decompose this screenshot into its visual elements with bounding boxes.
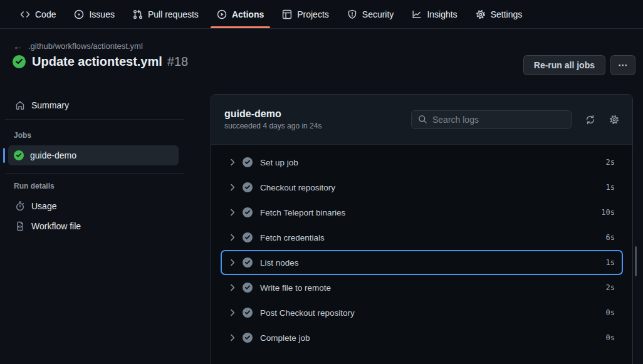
- step-duration: 0s: [606, 308, 615, 317]
- sidebar-job-guide-demo[interactable]: guide-demo: [8, 145, 179, 165]
- tab-label: Projects: [297, 9, 329, 19]
- play-circle-icon: [217, 9, 227, 19]
- log-settings-gear-icon[interactable]: [609, 115, 619, 125]
- job-panel-tools: [411, 110, 619, 129]
- step-row[interactable]: Write file to remote 2s: [221, 275, 623, 300]
- step-check-circle-icon: [243, 207, 253, 217]
- check-circle-icon: [14, 150, 24, 160]
- tab-code[interactable]: Code: [20, 0, 56, 28]
- rerun-all-jobs-button[interactable]: Re-run all jobs: [523, 55, 605, 75]
- run-header: ← .github/workflows/actiontest.yml Updat…: [0, 29, 643, 94]
- sidebar-item-summary[interactable]: Summary: [15, 95, 69, 115]
- step-row[interactable]: Checkout repository 1s: [221, 175, 623, 200]
- job-title-block: guide-demo succeeded 4 days ago in 24s: [224, 108, 322, 130]
- chevron-right-icon[interactable]: [227, 157, 238, 167]
- stopwatch-icon: [15, 201, 25, 211]
- step-name: Complete job: [260, 333, 310, 343]
- chevron-right-icon[interactable]: [227, 182, 238, 192]
- step-name: List nodes: [260, 258, 299, 268]
- job-name: guide-demo: [30, 150, 76, 160]
- run-number: #18: [167, 55, 188, 69]
- header-actions: Re-run all jobs ⋯: [523, 55, 635, 75]
- step-duration: 6s: [606, 233, 615, 242]
- divider: [5, 119, 184, 120]
- chevron-right-icon[interactable]: [227, 207, 238, 217]
- step-check-circle-icon: [243, 232, 253, 242]
- step-check-circle-icon: [243, 308, 253, 318]
- step-name: Write file to remote: [260, 283, 331, 293]
- file-code-icon: [15, 221, 25, 231]
- selected-job-accent-bar: [3, 148, 5, 163]
- divider: [5, 173, 184, 174]
- step-row[interactable]: Post Checkout repository 0s: [221, 300, 623, 325]
- tab-label: Security: [362, 9, 394, 19]
- tab-projects[interactable]: Projects: [282, 0, 329, 28]
- tab-label: Pull requests: [148, 9, 199, 19]
- search-logs-input[interactable]: [432, 115, 565, 125]
- tab-settings[interactable]: Settings: [476, 0, 523, 28]
- tab-actions[interactable]: Actions: [217, 0, 264, 28]
- step-name: Fetch Teleport binaries: [260, 208, 345, 217]
- active-tab-underline: [211, 26, 270, 28]
- code-icon: [20, 9, 30, 19]
- step-check-circle-icon: [243, 333, 253, 343]
- step-duration: 2s: [606, 158, 615, 167]
- job-panel-title: guide-demo: [224, 108, 322, 120]
- step-duration: 10s: [601, 208, 615, 217]
- sidebar-item-workflow-file[interactable]: Workflow file: [15, 216, 81, 236]
- step-check-circle-icon: [243, 182, 253, 192]
- workflow-path[interactable]: .github/workflows/actiontest.yml: [28, 41, 143, 51]
- step-duration: 0s: [606, 333, 615, 342]
- tab-issues[interactable]: Issues: [74, 0, 114, 28]
- tab-label: Code: [35, 9, 56, 19]
- refresh-icon[interactable]: [585, 115, 595, 125]
- sidebar-item-label: Usage: [31, 201, 56, 211]
- step-name: Post Checkout repository: [260, 308, 355, 318]
- tab-pull-requests[interactable]: Pull requests: [133, 0, 199, 28]
- chevron-right-icon[interactable]: [227, 283, 238, 293]
- step-duration: 1s: [606, 258, 615, 267]
- job-panel-header: guide-demo succeeded 4 days ago in 24s: [211, 95, 632, 145]
- check-circle-icon: [13, 55, 26, 68]
- chevron-right-icon[interactable]: [227, 232, 238, 242]
- kebab-menu-button[interactable]: ⋯: [610, 55, 635, 75]
- page-title: Update actiontest.yml: [32, 55, 162, 69]
- chevron-right-icon[interactable]: [227, 333, 238, 343]
- tab-label: Settings: [491, 9, 523, 19]
- run-sidebar: Summary Jobs guide-demo Run details Usag…: [0, 94, 211, 364]
- back-arrow-icon[interactable]: ←: [13, 41, 23, 51]
- step-name: Checkout repository: [260, 183, 335, 192]
- gear-icon: [476, 9, 486, 19]
- step-row[interactable]: Fetch credentials 6s: [221, 225, 623, 250]
- step-check-circle-icon: [243, 283, 253, 293]
- job-log-panel: guide-demo succeeded 4 days ago in 24s: [211, 94, 633, 364]
- jobs-section-heading: Jobs: [14, 131, 31, 140]
- home-icon: [15, 100, 25, 110]
- tab-insights[interactable]: Insights: [412, 0, 457, 28]
- step-check-circle-icon: [243, 257, 253, 268]
- tab-security[interactable]: Security: [347, 0, 394, 28]
- chevron-right-icon[interactable]: [227, 308, 238, 318]
- search-box: [411, 110, 572, 129]
- step-row[interactable]: Fetch Teleport binaries 10s: [221, 200, 623, 225]
- scrollbar-thumb[interactable]: [635, 246, 637, 276]
- step-row[interactable]: Complete job 0s: [221, 325, 623, 350]
- chevron-right-icon[interactable]: [227, 257, 238, 268]
- step-row[interactable]: List nodes 1s: [221, 250, 623, 275]
- step-row[interactable]: Set up job 2s: [221, 150, 623, 175]
- table-icon: [282, 9, 292, 19]
- tab-label: Actions: [232, 9, 264, 19]
- step-name: Fetch credentials: [260, 233, 325, 242]
- graph-icon: [412, 9, 422, 19]
- sidebar-item-label: Workflow file: [31, 221, 81, 231]
- issue-opened-icon: [74, 9, 84, 19]
- shield-icon: [347, 9, 357, 19]
- sidebar-item-usage[interactable]: Usage: [15, 196, 56, 216]
- breadcrumb: ← .github/workflows/actiontest.yml: [13, 41, 143, 51]
- step-duration: 1s: [606, 183, 615, 192]
- search-icon: [418, 115, 427, 124]
- sidebar-item-label: Summary: [31, 100, 69, 110]
- run-title-row: Update actiontest.yml #18: [13, 55, 188, 69]
- tab-label: Issues: [89, 9, 114, 19]
- repo-tab-bar: Code Issues Pull requests Actions Projec…: [0, 0, 643, 29]
